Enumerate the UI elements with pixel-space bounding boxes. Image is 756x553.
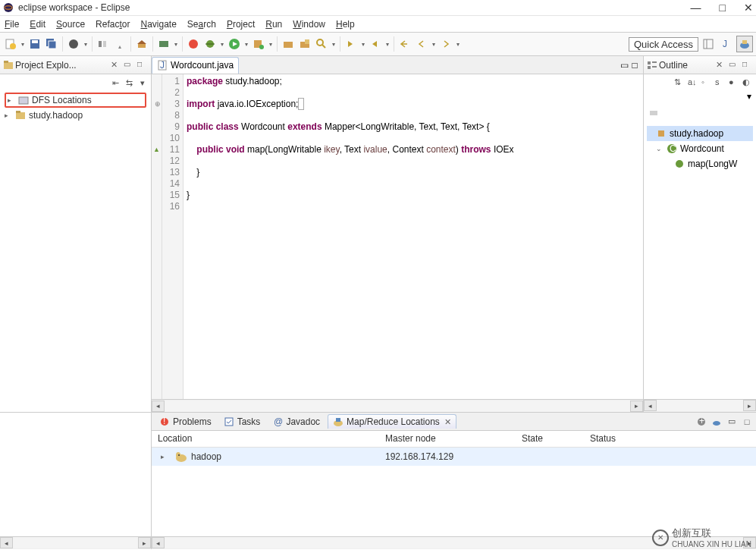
left-horizontal-scrollbar[interactable]: ◂ ▸	[0, 536, 151, 549]
tab-mapreduce[interactable]: Map/Reduce Locations ✕	[328, 414, 456, 429]
outline-horizontal-scrollbar[interactable]: ◂ ▸	[644, 399, 756, 412]
outline-view-menu-icon[interactable]: ▾	[747, 91, 751, 108]
new-server-dropdown[interactable]: ▾	[173, 41, 179, 48]
menu-window[interactable]: Window	[293, 19, 325, 30]
forward-dropdown[interactable]: ▾	[455, 41, 461, 48]
new-dropdown[interactable]: ▾	[20, 41, 26, 48]
forward-icon[interactable]	[438, 36, 453, 52]
editor-body[interactable]: 1 2 ⊕3 8 9 10 ▲11 12 13 14 15 16 package…	[152, 74, 643, 399]
hide-local-icon[interactable]: ◐	[742, 77, 753, 88]
tree-arrow-icon[interactable]: ▸	[8, 96, 15, 104]
new-server-icon[interactable]	[156, 36, 171, 52]
col-status[interactable]: Status	[584, 431, 756, 447]
menu-help[interactable]: Help	[336, 19, 355, 30]
save-all-icon[interactable]	[44, 36, 59, 52]
pin-icon[interactable]	[112, 36, 127, 52]
toggle-icon[interactable]	[96, 36, 111, 52]
editor-horizontal-scrollbar[interactable]: ◂ ▸	[152, 399, 643, 412]
hide-fields-icon[interactable]: ◦	[701, 77, 712, 88]
menu-file[interactable]: File	[5, 19, 19, 30]
prev-annotation-icon[interactable]	[368, 36, 383, 52]
hide-nonpublic-icon[interactable]: ●	[729, 77, 739, 88]
run-icon[interactable]	[227, 36, 242, 52]
minimize-button[interactable]: —	[691, 2, 701, 14]
scroll-left-icon[interactable]: ◂	[152, 537, 165, 548]
menu-edit[interactable]: Edit	[30, 19, 45, 30]
menu-refactor[interactable]: Refactor	[96, 19, 130, 30]
menu-run[interactable]: Run	[265, 19, 282, 30]
maximize-view-icon[interactable]: □	[137, 60, 148, 71]
collapse-all-icon[interactable]: ⇤	[110, 77, 121, 88]
quick-access-input[interactable]: Quick Access	[629, 37, 698, 52]
menu-navigate[interactable]: Navigate	[140, 19, 176, 30]
close-view-icon[interactable]: ✕	[108, 60, 121, 70]
prev-annotation-dropdown[interactable]: ▾	[384, 41, 391, 48]
maximize-bottom-icon[interactable]: □	[741, 416, 753, 428]
back-icon[interactable]	[414, 36, 429, 52]
maximize-outline-icon[interactable]: □	[742, 60, 753, 71]
tab-problems[interactable]: ! Problems	[155, 415, 216, 429]
outline-item-method[interactable]: map(LongW	[647, 156, 753, 171]
tree-arrow-icon[interactable]: ⌄	[656, 145, 663, 152]
scroll-right-icon[interactable]: ▸	[138, 537, 151, 548]
last-edit-icon[interactable]	[397, 36, 413, 52]
minimize-editor-icon[interactable]: ▭	[619, 60, 629, 71]
scroll-right-icon[interactable]: ▸	[743, 400, 756, 411]
col-location[interactable]: Location	[152, 431, 379, 447]
close-outline-icon[interactable]: ✕	[713, 60, 726, 70]
build-icon[interactable]	[134, 36, 149, 52]
stop-icon[interactable]	[186, 36, 201, 52]
tree-item-study-hadoop[interactable]: ▸ study.hadoop	[5, 108, 146, 123]
table-row[interactable]: ▸ hadoop 192.168.174.129	[152, 448, 756, 466]
view-menu-icon[interactable]: ▾	[137, 77, 148, 88]
mapreduce-perspective-icon[interactable]	[736, 36, 753, 52]
search-icon[interactable]	[314, 36, 329, 52]
debug-icon[interactable]	[202, 36, 218, 52]
edit-location-icon[interactable]	[711, 416, 723, 428]
code-area[interactable]: package study.hadoop; import java.io.IOE…	[184, 74, 643, 399]
menu-source[interactable]: Source	[56, 19, 85, 30]
tree-item-dfs-locations[interactable]: ▸ DFS Locations	[5, 93, 146, 108]
new-icon[interactable]	[3, 36, 18, 52]
scroll-right-icon[interactable]: ▸	[630, 401, 643, 412]
maximize-button[interactable]: □	[720, 2, 726, 14]
row-arrow-icon[interactable]: ▸	[161, 453, 171, 460]
menu-project[interactable]: Project	[227, 19, 255, 30]
new-class-icon[interactable]	[297, 36, 312, 52]
open-perspective-icon[interactable]	[700, 36, 717, 52]
menu-search[interactable]: Search	[187, 19, 216, 30]
minimize-outline-icon[interactable]: ▭	[729, 60, 739, 71]
run-dropdown[interactable]: ▾	[243, 41, 249, 48]
new-location-icon[interactable]: +	[695, 416, 707, 428]
search-dropdown[interactable]: ▾	[331, 41, 337, 48]
run-last-icon[interactable]	[251, 36, 266, 52]
close-button[interactable]: ✕	[744, 2, 753, 14]
minimize-view-icon[interactable]: ▭	[124, 60, 134, 71]
sort-icon[interactable]: ⇅	[674, 77, 685, 88]
link-editor-icon[interactable]: ⇆	[124, 77, 134, 88]
hide-static-icon[interactable]: s	[715, 77, 726, 88]
java-perspective-icon[interactable]: J	[718, 36, 735, 52]
outline-item-class[interactable]: ⌄ C Wordcount	[647, 141, 753, 156]
maximize-editor-icon[interactable]: □	[629, 60, 640, 71]
debug-dropdown[interactable]: ▾	[219, 41, 225, 48]
tree-arrow-icon[interactable]: ▸	[5, 112, 12, 119]
close-tab-icon[interactable]: ✕	[444, 417, 451, 427]
minimize-bottom-icon[interactable]: ▭	[726, 416, 738, 428]
next-annotation-dropdown[interactable]: ▾	[360, 41, 366, 48]
scroll-left-icon[interactable]: ◂	[152, 401, 165, 412]
run-last-dropdown[interactable]: ▾	[268, 41, 274, 48]
tab-tasks[interactable]: Tasks	[219, 415, 265, 429]
col-master[interactable]: Master node	[379, 431, 516, 447]
import-container-icon[interactable]	[648, 108, 756, 118]
editor-tab-wordcount[interactable]: J Wordcount.java	[152, 57, 239, 74]
col-state[interactable]: State	[516, 431, 584, 447]
outline-item-package[interactable]: study.hadoop	[647, 126, 753, 141]
scroll-left-icon[interactable]: ◂	[644, 400, 657, 411]
perspective-icon[interactable]	[66, 36, 81, 52]
tab-javadoc[interactable]: @ Javadoc	[268, 415, 325, 429]
next-annotation-icon[interactable]	[343, 36, 359, 52]
save-icon[interactable]	[27, 36, 42, 52]
sort-alpha-icon[interactable]: a↓	[688, 77, 698, 88]
scroll-left-icon[interactable]: ◂	[0, 537, 13, 548]
